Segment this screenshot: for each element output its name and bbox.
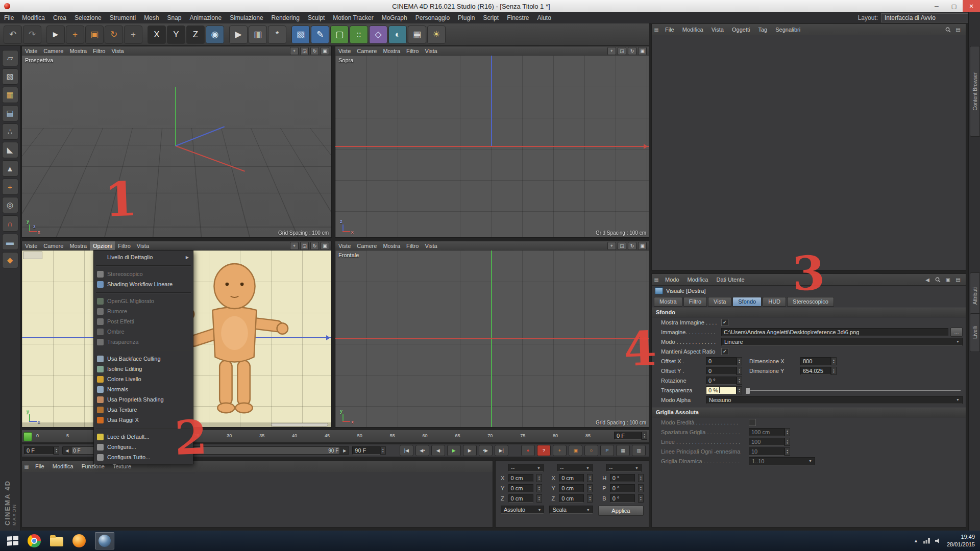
file-explorer-icon[interactable] <box>50 537 63 546</box>
firefox-icon[interactable] <box>72 534 86 547</box>
trasparenza-slider[interactable] <box>745 386 961 394</box>
add-camera-menu[interactable]: ▦ <box>408 26 426 44</box>
show-hidden-icons-button[interactable]: ▲ <box>914 538 918 543</box>
range-end-field[interactable]: 90 F <box>352 446 380 455</box>
snap-tool[interactable]: ∩ <box>2 215 18 232</box>
record-rotation-toggle[interactable]: ○ <box>584 445 598 456</box>
attribute-tab[interactable]: Sfondo <box>732 297 762 307</box>
coordinate-column-dropdown[interactable]: --▼ <box>606 464 642 472</box>
zoom-view-icon[interactable]: ◲ <box>618 47 626 55</box>
rotate-view-icon[interactable]: ↻ <box>628 242 636 250</box>
size-stepper[interactable]: ▴▾ <box>587 484 593 492</box>
viewport-menu-item[interactable]: Vista <box>134 241 152 251</box>
attribute-tab[interactable]: HUD <box>763 297 786 307</box>
workplane-lock-tool[interactable]: ▬ <box>2 234 18 250</box>
workplane-mode-tool[interactable]: ▤ <box>2 105 18 121</box>
scale-tool[interactable]: ▣ <box>85 26 104 44</box>
move-tool[interactable]: + <box>66 26 84 44</box>
dock-tab-livelli[interactable]: Livelli <box>970 313 980 352</box>
add-light-menu[interactable]: ☀ <box>427 26 446 44</box>
viewport-menu-item[interactable]: Camere <box>354 241 380 251</box>
render-view-button[interactable]: ▶ <box>229 26 248 44</box>
record-pla-toggle[interactable]: ▦ <box>616 445 630 456</box>
apply-button[interactable]: Applica <box>598 506 644 516</box>
viewport-menu-item[interactable]: Mostra <box>66 46 90 56</box>
history-back-icon[interactable]: ◀ <box>924 276 931 283</box>
menubar-item[interactable]: Selezione <box>70 12 106 23</box>
trasparenza-field[interactable]: 0 % <box>706 386 737 394</box>
object-menu-item[interactable]: Tag <box>754 24 771 35</box>
toggle-view-icon[interactable]: ▣ <box>638 242 647 250</box>
zoom-view-icon[interactable]: ◲ <box>618 242 626 250</box>
attribute-tab[interactable]: Mostra <box>654 297 682 307</box>
viewport-canvas[interactable]: Prospettiva y x z Grid Spacing : 100 cm <box>22 56 331 237</box>
slider-handle[interactable] <box>745 387 750 394</box>
size-field[interactable]: 0 cm <box>559 484 584 492</box>
edges-mode-tool[interactable]: ◣ <box>2 142 18 158</box>
modo-alpha-dropdown[interactable]: Nessuno ▼ <box>706 396 963 404</box>
rotation-stepper[interactable]: ▴▾ <box>638 474 644 482</box>
material-menu-item[interactable]: Modifica <box>48 461 78 472</box>
spaziatura-griglia-field[interactable]: 100 cm <box>749 428 785 436</box>
viewport-menu-item[interactable]: Viste <box>335 241 354 251</box>
rotation-stepper[interactable]: ▴▾ <box>638 494 644 503</box>
coordinate-system-toggle[interactable]: ◉ <box>206 26 224 44</box>
size-stepper[interactable]: ▴▾ <box>587 494 593 503</box>
menu-item-rumore[interactable]: Rumore <box>94 306 193 316</box>
linee-stepper[interactable]: ▴▾ <box>785 438 790 446</box>
dimensione-y-stepper[interactable]: ▴▾ <box>831 367 837 375</box>
next-frame-button[interactable]: ▶ <box>463 445 477 456</box>
range-start-field[interactable]: 0 F <box>24 446 54 455</box>
make-editable-tool[interactable]: ▱ <box>2 50 18 66</box>
paint-tool[interactable]: ◆ <box>2 252 18 268</box>
viewport-menu-item[interactable]: Filtro <box>90 46 108 56</box>
redo-button[interactable]: ↷ <box>23 26 41 44</box>
modo-dropdown[interactable]: Lineare ▼ <box>721 338 963 346</box>
record-keyframe-button[interactable]: ● <box>521 445 535 456</box>
linee-principali-field[interactable]: 10 <box>749 447 785 456</box>
position-field[interactable]: 0 cm <box>508 484 533 492</box>
autokeying-button[interactable]: ? <box>537 445 551 456</box>
toggle-view-icon[interactable]: ▣ <box>638 47 647 55</box>
griglia-dinamica-dropdown[interactable]: 1..10 ▼ <box>749 457 815 465</box>
viewport-menu-item[interactable]: Vista <box>422 241 440 251</box>
viewport-solo-tool[interactable]: ◎ <box>2 197 18 213</box>
add-deformer-menu[interactable]: ◇ <box>369 26 387 44</box>
cinema4d-taskbar-icon[interactable] <box>95 532 114 549</box>
zoom-view-icon[interactable]: ◲ <box>300 47 309 55</box>
menubar-item[interactable]: Personaggio <box>411 12 454 23</box>
menu-item-isoline-editing[interactable]: Isoline Editing <box>94 364 193 374</box>
offset-y-field[interactable]: 0 <box>706 367 737 375</box>
viewport-perspective[interactable]: VisteCamereMostraFiltroVista +◲↻▣ Prospe… <box>21 46 332 238</box>
attribute-tab[interactable]: Vista <box>708 297 731 307</box>
menubar-item[interactable]: Script <box>479 12 503 23</box>
menubar-item[interactable]: Aiuto <box>533 12 555 23</box>
dock-tab-attributi[interactable]: Attributi <box>970 272 980 319</box>
menubar-item[interactable]: Plugin <box>454 12 479 23</box>
object-menu-item[interactable]: Segnalibri <box>771 24 804 35</box>
immagine-path-field[interactable]: C:\Users\Andrea Angeletti\Desktop\refere… <box>721 328 948 336</box>
range-end-stepper[interactable]: ▴ ▾ <box>380 446 386 455</box>
pan-view-icon[interactable]: + <box>290 242 299 250</box>
pan-view-icon[interactable]: + <box>607 47 616 55</box>
menu-item-opengl-migliorato[interactable]: OpenGL Migliorato <box>94 296 193 306</box>
rotate-view-icon[interactable]: ↻ <box>628 47 636 55</box>
current-frame-marker[interactable] <box>23 432 32 441</box>
add-primitive-menu[interactable]: ▧ <box>291 26 310 44</box>
viewport-menu-item[interactable]: Mostra <box>66 241 90 251</box>
menu-item-normals[interactable]: Normals <box>94 384 193 394</box>
previous-frame-button[interactable]: ◀ <box>431 445 445 456</box>
menubar-item[interactable]: Finestre <box>503 12 533 23</box>
coordinate-mode-dropdown[interactable]: Assoluto ▼ <box>501 506 544 514</box>
modo-eredita-checkbox[interactable]: ✓ <box>749 419 756 426</box>
keyframe-selection-button[interactable]: ▥ <box>632 445 646 456</box>
viewport-menu-item[interactable]: Viste <box>22 46 40 56</box>
linee-field[interactable]: 100 <box>749 438 785 446</box>
position-stepper[interactable]: ▴▾ <box>536 494 542 503</box>
rotate-tool[interactable]: ↻ <box>105 26 123 44</box>
add-array-generator-menu[interactable]: :: <box>350 26 368 44</box>
toggle-view-icon[interactable]: ▣ <box>321 47 329 55</box>
rotate-view-icon[interactable]: ↻ <box>310 47 319 55</box>
go-to-end-button[interactable]: ▶| <box>495 445 508 456</box>
menu-item-ombre[interactable]: Ombre <box>94 327 193 337</box>
